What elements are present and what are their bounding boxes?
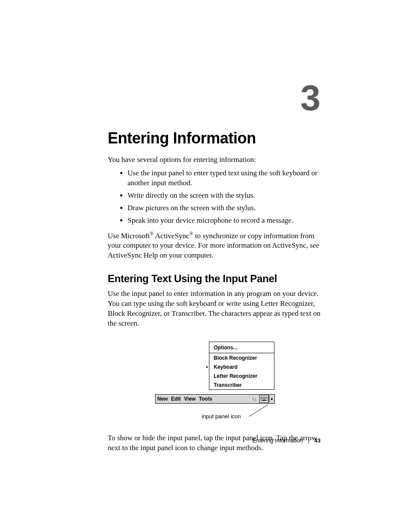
page-title: Entering Information bbox=[108, 129, 321, 147]
footer-section-name: Entering Information bbox=[252, 437, 303, 444]
section-heading: Entering Text Using the Input Panel bbox=[108, 273, 321, 285]
svg-rect-10 bbox=[266, 398, 267, 399]
svg-rect-5 bbox=[266, 398, 267, 398]
svg-line-12 bbox=[249, 404, 268, 417]
list-item: Speak into your device microphone to rec… bbox=[128, 216, 321, 226]
footer-separator-icon: | bbox=[308, 437, 309, 444]
page-footer: Entering Information | 43 bbox=[252, 437, 321, 444]
input-panel-figure: Options... Block Recognizer Keyboard Let… bbox=[155, 342, 276, 421]
menu-item-transcriber[interactable]: Transcriber bbox=[209, 380, 274, 389]
options-list: Use the input panel to enter typed text … bbox=[108, 168, 321, 226]
document-page: 3 Entering Information You have several … bbox=[0, 0, 411, 532]
menu-new[interactable]: New bbox=[157, 396, 168, 402]
svg-rect-1 bbox=[262, 398, 262, 398]
menu-item-keyboard[interactable]: Keyboard bbox=[209, 362, 274, 371]
activesync-text: Use Microsoft® ActiveSync® to synchroniz… bbox=[108, 230, 321, 261]
up-down-icon[interactable]: ↑↓ bbox=[252, 396, 259, 401]
menu-view[interactable]: View bbox=[184, 396, 196, 402]
menu-item-options[interactable]: Options... bbox=[209, 342, 274, 353]
menu-item-letter-recognizer[interactable]: Letter Recognizer bbox=[209, 371, 274, 380]
list-item: Use the input panel to enter typed text … bbox=[128, 168, 321, 188]
callout-leader-line bbox=[249, 404, 268, 417]
text-fragment: Use Microsoft bbox=[108, 231, 150, 240]
svg-rect-11 bbox=[262, 400, 266, 401]
list-item: Draw pictures on the screen with the sty… bbox=[128, 203, 321, 213]
keyboard-icon bbox=[261, 397, 268, 401]
svg-rect-7 bbox=[263, 398, 264, 399]
svg-rect-3 bbox=[264, 398, 265, 398]
app-toolbar: New Edit View Tools ↑↓ ▲ bbox=[155, 394, 275, 404]
content-column: Entering Information You have several op… bbox=[108, 129, 321, 457]
callout-label: input panel icon bbox=[202, 413, 241, 420]
toolbar-menus: New Edit View Tools bbox=[156, 396, 252, 402]
svg-rect-8 bbox=[264, 398, 265, 399]
intro-text: You have several options for entering in… bbox=[108, 155, 321, 165]
page-number: 43 bbox=[314, 437, 321, 444]
svg-rect-6 bbox=[262, 398, 262, 399]
input-method-popup: Options... Block Recognizer Keyboard Let… bbox=[209, 342, 274, 390]
svg-rect-4 bbox=[265, 398, 266, 398]
menu-edit[interactable]: Edit bbox=[171, 396, 181, 402]
svg-rect-2 bbox=[263, 398, 264, 398]
input-panel-arrow-button[interactable]: ▲ bbox=[269, 395, 274, 402]
text-fragment: ActiveSync bbox=[154, 231, 190, 240]
menu-tools[interactable]: Tools bbox=[199, 396, 212, 402]
registered-mark-icon: ® bbox=[150, 230, 154, 236]
svg-rect-9 bbox=[265, 398, 266, 399]
section-body: Use the input panel to enter information… bbox=[108, 289, 321, 329]
chapter-number: 3 bbox=[300, 80, 321, 116]
menu-item-block-recognizer[interactable]: Block Recognizer bbox=[209, 353, 274, 362]
list-item: Write directly on the screen with the st… bbox=[128, 191, 321, 201]
input-panel-button[interactable] bbox=[259, 395, 269, 403]
